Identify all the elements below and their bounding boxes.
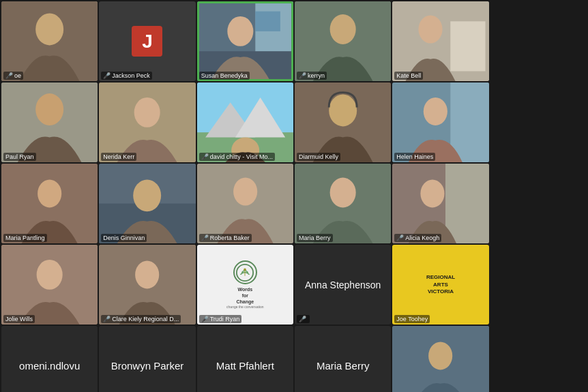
svg-rect-6 xyxy=(255,12,280,31)
video-grid: 🎤oe J 🎤Jackson Peck Susan Benedyka xyxy=(0,0,588,392)
svg-point-39 xyxy=(37,260,63,290)
tile-15[interactable]: Jolie Wills xyxy=(1,245,98,325)
svg-point-34 xyxy=(330,178,356,208)
tile-13-label: Maria Berry xyxy=(297,234,333,242)
tile-18-label: 🎤 xyxy=(297,315,310,323)
words-logo: WordsforChange change the conversation xyxy=(197,245,293,325)
tile-12[interactable]: 🎤Roberta Baker xyxy=(197,164,293,243)
tile-14-label: 🎤Alicia Keogh xyxy=(394,234,441,242)
tile-1[interactable]: J 🎤Jackson Peck xyxy=(99,1,195,81)
svg-point-25 xyxy=(424,97,447,125)
tile-16-label: 🎤Clare Kiely Regional D... xyxy=(101,315,181,323)
tile-24[interactable]: 🎤Williams, Peter xyxy=(392,326,488,392)
svg-point-22 xyxy=(329,95,357,127)
tile-10[interactable]: Maria Pantling xyxy=(1,164,98,243)
tile-23-name: Maria Berry xyxy=(295,326,391,392)
tile-20-name: omeni.ndlovu xyxy=(1,326,98,392)
tile-23[interactable]: Maria Berry 🎤 xyxy=(295,326,391,392)
tile-0[interactable]: 🎤oe xyxy=(1,1,98,81)
tile-18[interactable]: Anna Stephenson 🎤 xyxy=(295,245,391,325)
tile-7[interactable]: 🎤david chitty - Visit Mo... xyxy=(197,82,293,162)
tile-2-label: Susan Benedyka xyxy=(199,72,250,80)
svg-rect-36 xyxy=(445,164,488,243)
tile-21-name: Bronwyn Parker xyxy=(99,326,195,392)
svg-point-43 xyxy=(244,268,246,271)
tile-13[interactable]: Maria Berry xyxy=(295,164,391,243)
tile-11-label: Denis Ginnivan xyxy=(101,234,147,242)
tile-19[interactable]: REGIONALARTSVICTORIA Joe Toohey xyxy=(392,245,488,325)
tile-14[interactable]: 🎤Alicia Keogh xyxy=(392,164,488,243)
tile-1-label: 🎤Jackson Peck xyxy=(101,72,152,80)
svg-point-15 xyxy=(134,97,160,127)
rav-logo: REGIONALARTSVICTORIA xyxy=(392,245,488,325)
tile-17-label: 🎤Trudi Ryan xyxy=(199,315,242,323)
tile-21[interactable]: Bronwyn Parker 🎤 xyxy=(99,326,195,392)
tile-6-label: Nerida Kerr xyxy=(101,153,136,161)
tile-4[interactable]: Kate Bell xyxy=(392,1,488,81)
svg-point-30 xyxy=(134,180,162,212)
tile-22-name: Matt Pfahlert xyxy=(197,326,293,392)
svg-point-13 xyxy=(35,93,63,125)
svg-rect-24 xyxy=(451,82,489,162)
tile-9[interactable]: Helen Haines xyxy=(392,82,488,162)
tile-18-name: Anna Stephenson xyxy=(295,245,391,325)
tile-2[interactable]: Susan Benedyka xyxy=(197,1,293,81)
tile-8-label: Diarmuid Kelly xyxy=(297,153,340,161)
svg-point-11 xyxy=(419,15,443,43)
svg-point-46 xyxy=(428,342,452,370)
avatar-j: J xyxy=(132,26,162,57)
svg-point-5 xyxy=(227,16,253,46)
tile-15-label: Jolie Wills xyxy=(3,315,35,323)
tile-0-label: 🎤oe xyxy=(3,72,23,80)
svg-point-41 xyxy=(135,261,159,289)
tile-8[interactable]: Diarmuid Kelly xyxy=(295,82,391,162)
main-container: 🎤oe J 🎤Jackson Peck Susan Benedyka xyxy=(0,0,588,392)
svg-rect-10 xyxy=(451,21,486,71)
svg-point-32 xyxy=(233,178,257,206)
tile-9-label: Helen Haines xyxy=(394,153,435,161)
svg-point-8 xyxy=(330,14,356,44)
tile-20[interactable]: omeni.ndlovu 🎤 xyxy=(1,326,98,392)
tile-5-label: Paul Ryan xyxy=(3,153,36,161)
tile-5[interactable]: Paul Ryan xyxy=(1,82,98,162)
tile-10-label: Maria Pantling xyxy=(3,234,47,242)
tile-6[interactable]: Nerida Kerr xyxy=(99,82,195,162)
tile-16[interactable]: 🎤Clare Kiely Regional D... xyxy=(99,245,195,325)
tile-3-label: 🎤kerryn xyxy=(297,72,327,80)
tile-7-label: 🎤david chitty - Visit Mo... xyxy=(199,153,275,161)
svg-point-37 xyxy=(421,180,445,208)
tile-12-label: 🎤Roberta Baker xyxy=(199,234,252,242)
svg-point-27 xyxy=(38,180,61,208)
tile-4-label: Kate Bell xyxy=(394,72,423,80)
svg-point-1 xyxy=(35,14,63,46)
tile-3[interactable]: 🎤kerryn xyxy=(295,1,391,81)
tile-17[interactable]: WordsforChange change the conversation 🎤… xyxy=(197,245,293,325)
tile-11[interactable]: Denis Ginnivan xyxy=(99,164,195,243)
tile-19-label: Joe Toohey xyxy=(394,315,430,323)
tile-22[interactable]: Matt Pfahlert 🎤 xyxy=(197,326,293,392)
